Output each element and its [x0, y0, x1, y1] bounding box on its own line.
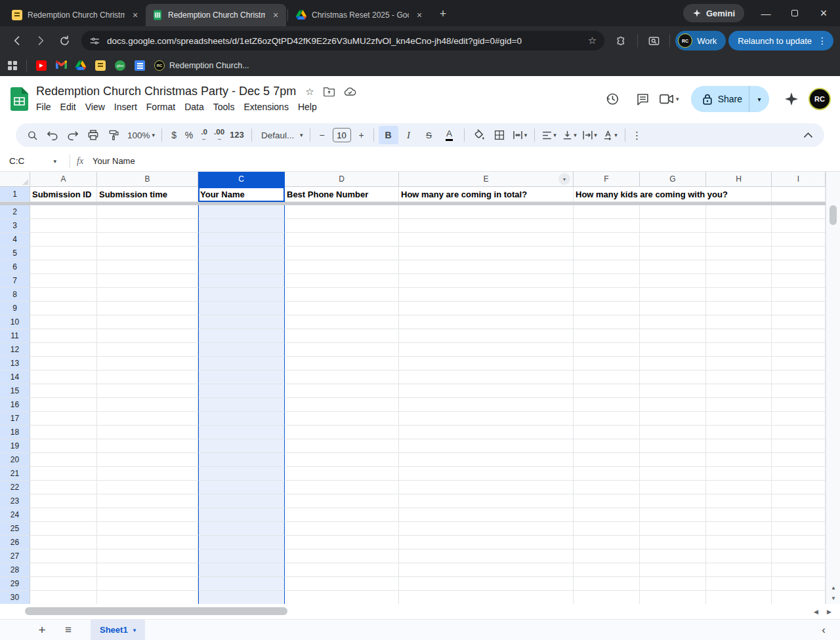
cell-H3[interactable] [706, 219, 772, 233]
cell-G16[interactable] [640, 398, 706, 412]
cell-B12[interactable] [97, 343, 198, 357]
format-currency-button[interactable]: $ [167, 126, 181, 144]
cell-G18[interactable] [640, 426, 706, 439]
horizontal-scrollbar-thumb[interactable] [25, 607, 287, 615]
minimize-button[interactable]: — [752, 1, 780, 26]
cell-C15[interactable] [198, 384, 285, 398]
cell-F20[interactable] [574, 453, 640, 467]
cell-C28[interactable] [198, 563, 285, 577]
cell-B21[interactable] [97, 467, 198, 481]
cell-F30[interactable] [574, 591, 640, 604]
cell-E19[interactable] [399, 439, 574, 453]
cell-H20[interactable] [706, 453, 772, 467]
cell-G10[interactable] [640, 315, 706, 329]
cell-H25[interactable] [706, 522, 772, 536]
bookmark-redemption-church[interactable]: RC Redemption Church... [154, 60, 249, 71]
cell-F15[interactable] [574, 384, 640, 398]
cell-A23[interactable] [30, 494, 97, 508]
cell-B23[interactable] [97, 494, 198, 508]
cell-H9[interactable] [706, 302, 772, 315]
row-header-11[interactable]: 11 [0, 329, 30, 343]
merge-cells-button[interactable]: ▾ [510, 126, 530, 144]
cell-B24[interactable] [97, 508, 198, 522]
row-header-29[interactable]: 29 [0, 577, 30, 591]
cell-A12[interactable] [30, 343, 97, 357]
cell-C26[interactable] [198, 536, 285, 550]
cell-G12[interactable] [640, 343, 706, 357]
cell-I17[interactable] [772, 412, 826, 426]
cell-G29[interactable] [640, 577, 706, 591]
cell-A13[interactable] [30, 357, 97, 370]
redo-icon[interactable] [63, 126, 83, 144]
cell-H2[interactable] [706, 205, 772, 219]
increase-font-size-button[interactable]: + [354, 126, 369, 144]
cell-I8[interactable] [772, 288, 826, 302]
cell-H5[interactable] [706, 247, 772, 260]
cell-E11[interactable] [399, 329, 574, 343]
cell-C16[interactable] [198, 398, 285, 412]
reload-button[interactable] [54, 30, 75, 51]
cell-A15[interactable] [30, 384, 97, 398]
cell-E2[interactable] [399, 205, 574, 219]
cell-C24[interactable] [198, 508, 285, 522]
cell-F12[interactable] [574, 343, 640, 357]
forward-button[interactable] [30, 30, 51, 51]
cell-H22[interactable] [706, 481, 772, 494]
cell-A11[interactable] [30, 329, 97, 343]
scroll-left-icon[interactable]: ◀ [814, 609, 818, 615]
cell-A26[interactable] [30, 536, 97, 550]
column-header-C[interactable]: C [198, 172, 285, 187]
cell-F19[interactable] [574, 439, 640, 453]
row-header-25[interactable]: 25 [0, 522, 30, 536]
cloud-status-icon[interactable] [344, 87, 356, 96]
increase-decimal-button[interactable]: .00→ [212, 126, 226, 144]
cell-G5[interactable] [640, 247, 706, 260]
cell-I11[interactable] [772, 329, 826, 343]
name-box[interactable]: C:C ▾ [9, 156, 60, 166]
cell-D9[interactable] [285, 302, 399, 315]
sheets-logo-icon[interactable] [10, 87, 28, 111]
cell-H19[interactable] [706, 439, 772, 453]
row-header-20[interactable]: 20 [0, 453, 30, 467]
cell-F17[interactable] [574, 412, 640, 426]
cell-I21[interactable] [772, 467, 826, 481]
paint-format-icon[interactable] [104, 126, 123, 144]
cell-A4[interactable] [30, 233, 97, 247]
cell-B11[interactable] [97, 329, 198, 343]
row-header-1[interactable]: 1 [0, 187, 30, 202]
cell-E17[interactable] [399, 412, 574, 426]
cell-B26[interactable] [97, 536, 198, 550]
cell-I7[interactable] [772, 274, 826, 288]
cell-E21[interactable] [399, 467, 574, 481]
cell-C8[interactable] [198, 288, 285, 302]
sheet-tab-sheet1[interactable]: Sheet1 ▾ [91, 620, 145, 640]
cell-A9[interactable] [30, 302, 97, 315]
cell-I16[interactable] [772, 398, 826, 412]
cell-I9[interactable] [772, 302, 826, 315]
cell-H8[interactable] [706, 288, 772, 302]
cell-D30[interactable] [285, 591, 399, 604]
cell-B28[interactable] [97, 563, 198, 577]
cell-F13[interactable] [574, 357, 640, 370]
cell-I25[interactable] [772, 522, 826, 536]
cell-A22[interactable] [30, 481, 97, 494]
cell-C19[interactable] [198, 439, 285, 453]
cell-I2[interactable] [772, 205, 826, 219]
cell-G7[interactable] [640, 274, 706, 288]
cell-G27[interactable] [640, 550, 706, 563]
cell-D13[interactable] [285, 357, 399, 370]
hide-menus-icon[interactable] [798, 126, 818, 144]
cell-B30[interactable] [97, 591, 198, 604]
add-sheet-button[interactable]: + [34, 623, 50, 637]
scroll-up-icon[interactable]: ▲ [826, 585, 840, 591]
search-icon[interactable] [22, 126, 42, 144]
cell-E1[interactable]: How many are coming in total? [399, 187, 574, 202]
cell-C30[interactable] [198, 591, 285, 604]
scroll-down-icon[interactable]: ▼ [826, 595, 840, 601]
cell-E20[interactable] [399, 453, 574, 467]
docs-bookmark-icon[interactable] [135, 60, 145, 71]
close-tab-icon[interactable]: × [130, 10, 140, 20]
relaunch-to-update-button[interactable]: Relaunch to update ⋮ [728, 31, 833, 50]
cell-I22[interactable] [772, 481, 826, 494]
decrease-decimal-button[interactable]: .0← [197, 126, 211, 144]
